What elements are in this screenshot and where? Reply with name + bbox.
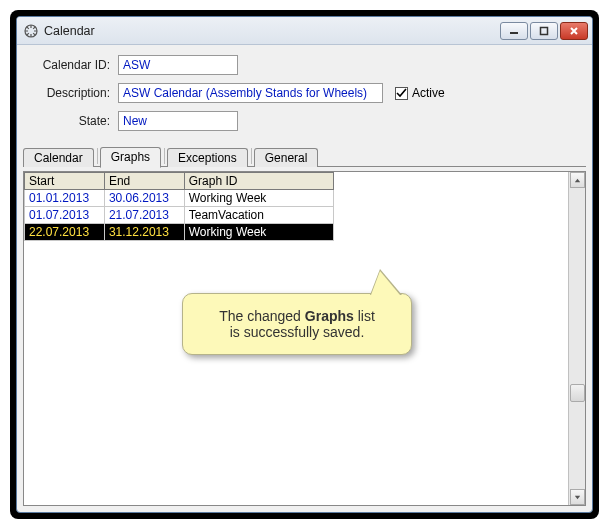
tab-calendar[interactable]: Calendar [23, 148, 94, 167]
active-label: Active [412, 86, 445, 100]
cell-graph-id[interactable]: Working Week [184, 190, 333, 207]
callout-line2: is successfully saved. [197, 324, 397, 340]
tab-separator [97, 148, 98, 164]
column-header[interactable]: End [104, 173, 184, 190]
state-label: State: [33, 114, 118, 128]
minimize-button[interactable] [500, 22, 528, 40]
scroll-track[interactable] [570, 188, 585, 489]
callout-line1: The changed Graphs list [197, 308, 397, 324]
calendar-id-field[interactable] [118, 55, 238, 75]
tab-general[interactable]: General [254, 148, 319, 167]
cell-end[interactable]: 31.12.2013 [104, 224, 184, 241]
maximize-button[interactable] [530, 22, 558, 40]
window-title: Calendar [44, 24, 500, 38]
description-label: Description: [33, 86, 118, 100]
titlebar: Calendar [17, 17, 592, 45]
svg-rect-2 [541, 27, 548, 34]
column-header[interactable]: Start [25, 173, 105, 190]
table-row[interactable]: 01.07.201321.07.2013TeamVacation [25, 207, 334, 224]
tab-graphs[interactable]: Graphs [100, 147, 161, 168]
tab-separator [251, 148, 252, 164]
column-header[interactable]: Graph ID [184, 173, 333, 190]
tab-separator [164, 148, 165, 164]
cell-graph-id[interactable]: Working Week [184, 224, 333, 241]
app-icon [23, 23, 39, 39]
cell-start[interactable]: 22.07.2013 [25, 224, 105, 241]
cell-graph-id[interactable]: TeamVacation [184, 207, 333, 224]
cell-start[interactable]: 01.01.2013 [25, 190, 105, 207]
description-field[interactable] [118, 83, 383, 103]
check-icon [395, 87, 408, 100]
scroll-down-button[interactable] [570, 489, 585, 505]
cell-end[interactable]: 21.07.2013 [104, 207, 184, 224]
table-row[interactable]: 01.01.201330.06.2013Working Week [25, 190, 334, 207]
callout-tooltip: The changed Graphs list is successfully … [182, 293, 412, 355]
calendar-id-label: Calendar ID: [33, 58, 118, 72]
calendar-window: Calendar Calendar ID: Description: [16, 16, 593, 513]
cell-start[interactable]: 01.07.2013 [25, 207, 105, 224]
table-row[interactable]: 22.07.201331.12.2013Working Week [25, 224, 334, 241]
close-button[interactable] [560, 22, 588, 40]
tab-strip: CalendarGraphsExceptionsGeneral [17, 145, 592, 167]
scroll-up-button[interactable] [570, 172, 585, 188]
form-area: Calendar ID: Description: Active State: [17, 45, 592, 145]
scroll-thumb[interactable] [570, 384, 585, 402]
state-field[interactable] [118, 111, 238, 131]
active-checkbox[interactable]: Active [395, 86, 445, 100]
tab-exceptions[interactable]: Exceptions [167, 148, 248, 167]
vertical-scrollbar[interactable] [568, 172, 585, 505]
cell-end[interactable]: 30.06.2013 [104, 190, 184, 207]
